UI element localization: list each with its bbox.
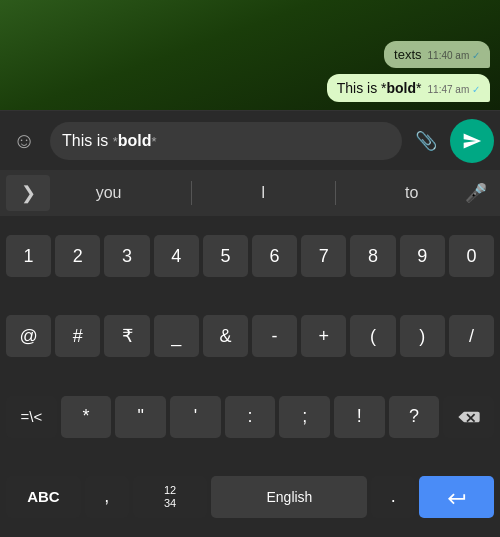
key-exclamation[interactable]: ! xyxy=(334,396,385,438)
bubble2-asterisk-close: * xyxy=(416,80,421,96)
enter-key[interactable] xyxy=(419,476,494,518)
input-prefix: This is xyxy=(62,132,113,149)
key-9[interactable]: 9 xyxy=(400,235,445,277)
bubble2-check: ✓ xyxy=(472,84,480,95)
period-key[interactable]: . xyxy=(371,476,415,518)
mic-button[interactable]: 🎤 xyxy=(458,175,494,211)
emoji-icon: ☺ xyxy=(13,128,35,154)
key-asterisk[interactable]: * xyxy=(61,396,112,438)
suggestion-divider-2 xyxy=(335,181,336,205)
bubble1-text: texts xyxy=(394,47,421,62)
key-close-paren[interactable]: ) xyxy=(400,315,445,357)
mic-icon: 🎤 xyxy=(465,182,487,204)
key-semicolon[interactable]: ; xyxy=(279,396,330,438)
suggestions-list: you I to xyxy=(56,178,458,208)
key-5[interactable]: 5 xyxy=(203,235,248,277)
key-at[interactable]: @ xyxy=(6,315,51,357)
key-doublequote[interactable]: " xyxy=(115,396,166,438)
comma-key[interactable]: , xyxy=(85,476,129,518)
key-open-paren[interactable]: ( xyxy=(350,315,395,357)
symbols-row-1: @ # ₹ _ & - + ( ) / xyxy=(0,296,500,376)
key-1[interactable]: 1 xyxy=(6,235,51,277)
key-rupee[interactable]: ₹ xyxy=(104,315,149,357)
backspace-key[interactable] xyxy=(443,396,494,438)
backspace-icon xyxy=(458,409,480,425)
bubble2-time: 11:47 am ✓ xyxy=(428,84,480,95)
bubble1-time: 11:40 am ✓ xyxy=(428,50,480,61)
key-plus[interactable]: + xyxy=(301,315,346,357)
enter-icon xyxy=(446,488,468,506)
suggestion-you[interactable]: you xyxy=(86,178,132,208)
key-6[interactable]: 6 xyxy=(252,235,297,277)
key-slash[interactable]: / xyxy=(449,315,494,357)
language-key[interactable]: English xyxy=(211,476,367,518)
input-bold-text: bold xyxy=(118,132,152,149)
send-button[interactable] xyxy=(450,119,494,163)
input-bar: ☺ This is *bold* 📎 xyxy=(0,110,500,170)
emoji-button[interactable]: ☺ xyxy=(6,123,42,159)
key-colon[interactable]: : xyxy=(225,396,276,438)
chat-bubble-2: This is *bold* 11:47 am ✓ xyxy=(327,74,490,102)
key-minus[interactable]: - xyxy=(252,315,297,357)
suggestion-i[interactable]: I xyxy=(251,178,275,208)
numbers-grid-display: 12 34 xyxy=(164,484,176,510)
keyboard: ❯ you I to 🎤 1 2 3 4 5 6 7 8 9 0 @ # ₹ _… xyxy=(0,170,500,537)
key-0[interactable]: 0 xyxy=(449,235,494,277)
key-singlequote[interactable]: ' xyxy=(170,396,221,438)
key-hash[interactable]: # xyxy=(55,315,100,357)
chat-area: texts 11:40 am ✓ This is *bold* 11:47 am… xyxy=(0,0,500,110)
expand-icon: ❯ xyxy=(21,182,36,204)
attach-button[interactable]: 📎 xyxy=(410,125,442,157)
key-8[interactable]: 8 xyxy=(350,235,395,277)
numbers-grid-key[interactable]: 12 34 xyxy=(133,476,208,518)
message-input[interactable]: This is *bold* xyxy=(50,122,402,160)
key-2[interactable]: 2 xyxy=(55,235,100,277)
number-row: 1 2 3 4 5 6 7 8 9 0 xyxy=(0,216,500,296)
key-question[interactable]: ? xyxy=(389,396,440,438)
send-icon xyxy=(462,131,482,151)
suggestions-row: ❯ you I to 🎤 xyxy=(0,170,500,216)
input-text-display: This is *bold* xyxy=(62,132,157,150)
bottom-row: ABC , 12 34 English . xyxy=(0,457,500,537)
key-underscore[interactable]: _ xyxy=(154,315,199,357)
suggestion-to[interactable]: to xyxy=(395,178,428,208)
bubble2-prefix: This is *bold* xyxy=(337,80,422,96)
key-3[interactable]: 3 xyxy=(104,235,149,277)
bubble2-bold: bold xyxy=(387,80,417,96)
abc-key[interactable]: ABC xyxy=(6,476,81,518)
key-7[interactable]: 7 xyxy=(301,235,346,277)
attach-icon: 📎 xyxy=(415,130,437,152)
bubble1-check: ✓ xyxy=(472,50,480,61)
key-ampersand[interactable]: & xyxy=(203,315,248,357)
key-4[interactable]: 4 xyxy=(154,235,199,277)
key-equals-backslash[interactable]: =\< xyxy=(6,396,57,438)
chat-bubble-1: texts 11:40 am ✓ xyxy=(384,41,490,68)
symbols-row-2: =\< * " ' : ; ! ? xyxy=(0,377,500,457)
suggestion-divider-1 xyxy=(191,181,192,205)
expand-button[interactable]: ❯ xyxy=(6,175,50,211)
input-asterisk-close: * xyxy=(152,134,157,149)
